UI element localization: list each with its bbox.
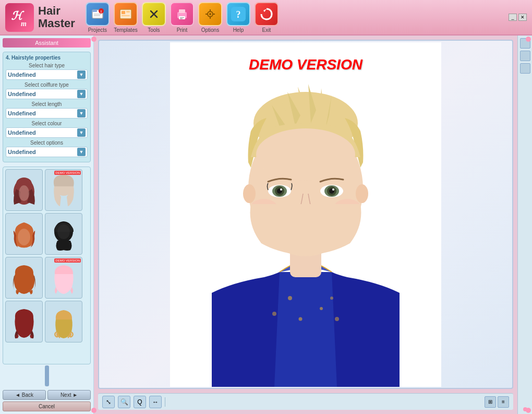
thumbnail-scroll[interactable]: [45, 365, 49, 386]
view-controls: ⊞ ≡: [485, 396, 509, 408]
left-panel: Assistant 4. Hairstyle properties Select…: [0, 36, 94, 414]
length-label: Select length: [6, 101, 88, 107]
length-row: Select length Undefined ▼: [6, 101, 88, 119]
print-icon: [170, 2, 194, 26]
options-button[interactable]: Options: [198, 2, 222, 33]
grid-view-button[interactable]: ⊞: [485, 396, 496, 408]
svg-point-58: [280, 188, 282, 191]
nav-btn-row: ◄ Back Next ►: [3, 390, 91, 400]
back-button[interactable]: ◄ Back: [3, 390, 46, 400]
window-controls: _ ✕: [509, 14, 527, 21]
tools-button[interactable]: Tools: [142, 2, 166, 33]
svg-rect-20: [180, 18, 183, 19]
hair-thumbnail-6[interactable]: DEMO VERSION: [45, 257, 82, 299]
corner-decoration: [526, 408, 531, 413]
hair-type-arrow[interactable]: ▼: [77, 70, 86, 79]
svg-point-40: [330, 297, 333, 300]
svg-point-69: [356, 184, 368, 203]
hair-thumbnail-8[interactable]: [45, 301, 82, 342]
list-view-button[interactable]: ≡: [498, 396, 509, 408]
colour-label: Select colour: [6, 121, 88, 126]
svg-point-41: [272, 312, 276, 316]
length-select[interactable]: Undefined ▼: [6, 108, 88, 119]
length-arrow[interactable]: ▼: [77, 109, 86, 117]
options-label: Options: [201, 27, 219, 33]
hair-thumbnail-4[interactable]: [45, 213, 82, 255]
minimize-button[interactable]: _: [509, 14, 517, 21]
corner-decoration: [526, 37, 531, 42]
svg-point-53: [256, 128, 355, 181]
image-toolbar: ⤡ 🔍 Q ↔ ⊞ ≡: [98, 393, 513, 410]
colour-row: Select colour Undefined ▼: [6, 121, 88, 138]
coiffure-type-select[interactable]: Undefined ▼: [6, 89, 88, 99]
projects-button[interactable]: ! Projects: [86, 2, 110, 33]
demo-badge: DEMO VERSION: [54, 258, 81, 263]
options-row: Select options Undefined ▼: [6, 140, 88, 157]
hair-type-select[interactable]: Undefined ▼: [6, 69, 88, 80]
coiffure-type-row: Select coiffure type Undefined ▼: [6, 82, 88, 99]
exit-button[interactable]: Exit: [255, 2, 279, 33]
svg-rect-9: [120, 9, 131, 19]
templates-label: Templates: [114, 27, 138, 33]
svg-rect-17: [179, 9, 185, 13]
right-scroll-mid[interactable]: [520, 51, 530, 61]
main-layout: Assistant 4. Hairstyle properties Select…: [0, 36, 532, 414]
svg-point-22: [209, 13, 211, 15]
cancel-button[interactable]: Cancel: [3, 401, 91, 411]
options-arrow[interactable]: ▼: [77, 148, 86, 156]
hair-type-label: Select hair type: [6, 63, 88, 68]
thumbnail-row: [5, 301, 88, 342]
options-icon: [198, 2, 222, 26]
svg-text:!: !: [101, 9, 102, 13]
exit-icon: [255, 2, 279, 26]
thumbnail-row: DEMO VERSION: [5, 257, 88, 299]
image-container: DEMO VERSION: [98, 40, 513, 389]
hair-thumbnail-1[interactable]: [5, 169, 43, 211]
pan-button[interactable]: ↔: [149, 396, 162, 408]
colour-select[interactable]: Undefined ▼: [6, 127, 88, 138]
portrait-image: [170, 42, 441, 387]
svg-text:?: ?: [236, 9, 240, 20]
colour-arrow[interactable]: ▼: [77, 128, 86, 137]
help-label: Help: [233, 27, 244, 33]
options-label: Select options: [6, 140, 88, 146]
svg-rect-11: [122, 11, 125, 14]
app-logo: ℋ m: [5, 3, 34, 32]
close-button[interactable]: ✕: [518, 14, 527, 21]
thumbnail-row: [5, 213, 88, 255]
main-toolbar: ! Projects Templates: [86, 2, 279, 33]
svg-point-35: [57, 224, 70, 239]
hair-thumbnail-2[interactable]: DEMO VERSION: [45, 169, 82, 211]
hair-thumbnail-7[interactable]: [5, 301, 43, 342]
svg-point-33: [18, 229, 30, 245]
zoom-in-button[interactable]: 🔍: [118, 396, 130, 408]
section-title: 4. Hairstyle properties: [6, 55, 88, 61]
fit-view-button[interactable]: ⤡: [102, 396, 115, 408]
svg-point-37: [288, 296, 292, 300]
demo-watermark: DEMO VERSION: [249, 56, 362, 73]
hair-thumbnail-3[interactable]: [5, 213, 43, 255]
help-icon: ?: [226, 2, 250, 26]
app-title: Hair Master: [38, 5, 75, 30]
options-select[interactable]: Undefined ▼: [6, 147, 88, 157]
right-scroll-down[interactable]: [520, 63, 530, 74]
svg-point-42: [335, 317, 339, 321]
print-button[interactable]: Print: [170, 2, 194, 33]
zoom-button[interactable]: Q: [134, 396, 146, 408]
coiffure-type-arrow[interactable]: ▼: [77, 90, 86, 98]
svg-point-63: [332, 188, 334, 191]
cancel-btn-row: Cancel: [3, 401, 91, 411]
svg-point-39: [299, 317, 303, 321]
title-bar: ℋ m Hair Master: [0, 0, 532, 36]
templates-icon: [114, 2, 138, 26]
demo-badge: DEMO VERSION: [54, 171, 81, 175]
right-panel: [517, 36, 532, 414]
svg-point-31: [19, 185, 29, 201]
assistant-bar: Assistant: [3, 38, 91, 48]
hair-thumbnail-5[interactable]: [5, 257, 43, 299]
templates-button[interactable]: Templates: [114, 2, 138, 33]
tools-label: Tools: [148, 27, 160, 33]
help-button[interactable]: ? Help: [226, 2, 250, 33]
next-button[interactable]: Next ►: [47, 390, 91, 400]
hair-type-row: Select hair type Undefined ▼: [6, 63, 88, 80]
